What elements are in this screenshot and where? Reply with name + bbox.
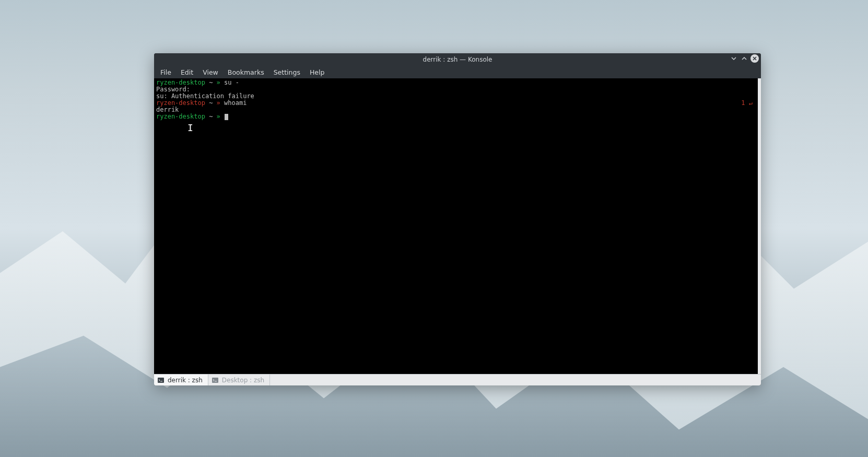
terminal-line: ryzen-desktop ~ » whoami1 ↵ xyxy=(156,100,756,107)
menu-view[interactable]: View xyxy=(198,67,222,78)
terminal-icon xyxy=(157,377,165,384)
svg-rect-0 xyxy=(158,378,164,383)
maximize-button[interactable] xyxy=(740,54,748,63)
svg-rect-1 xyxy=(212,378,218,383)
terminal-line: ryzen-desktop ~ » su - xyxy=(156,79,756,86)
tab-label: derrik : zsh xyxy=(168,377,203,384)
window-title: derrik : zsh — Konsole xyxy=(423,56,492,63)
menu-file[interactable]: File xyxy=(156,67,175,78)
tab-label: Desktop : zsh xyxy=(222,377,264,384)
minimize-button[interactable] xyxy=(730,54,738,63)
close-button[interactable] xyxy=(750,54,759,63)
tab-derrik-zsh[interactable]: derrik : zsh xyxy=(154,374,208,385)
tab-desktop-zsh[interactable]: Desktop : zsh xyxy=(208,374,270,385)
terminal-line: derrik xyxy=(156,107,756,113)
tabbar: derrik : zsh Desktop : zsh xyxy=(154,374,761,385)
menu-settings[interactable]: Settings xyxy=(269,67,304,78)
terminal-viewport[interactable]: ryzen-desktop ~ » su -Password:su: Authe… xyxy=(154,78,758,374)
terminal-cursor xyxy=(225,114,228,120)
konsole-window: derrik : zsh — Konsole File Edit View Bo… xyxy=(154,53,761,385)
terminal-content: ryzen-desktop ~ » su -Password:su: Authe… xyxy=(156,79,756,374)
vertical-scrollbar[interactable] xyxy=(758,78,761,374)
menu-bookmarks[interactable]: Bookmarks xyxy=(224,67,268,78)
menubar: File Edit View Bookmarks Settings Help xyxy=(154,66,761,78)
window-controls xyxy=(730,54,759,63)
menu-help[interactable]: Help xyxy=(306,67,329,78)
terminal-icon xyxy=(212,377,219,384)
terminal-line: ryzen-desktop ~ » xyxy=(156,113,756,120)
window-titlebar[interactable]: derrik : zsh — Konsole xyxy=(154,53,761,66)
menu-edit[interactable]: Edit xyxy=(177,67,197,78)
